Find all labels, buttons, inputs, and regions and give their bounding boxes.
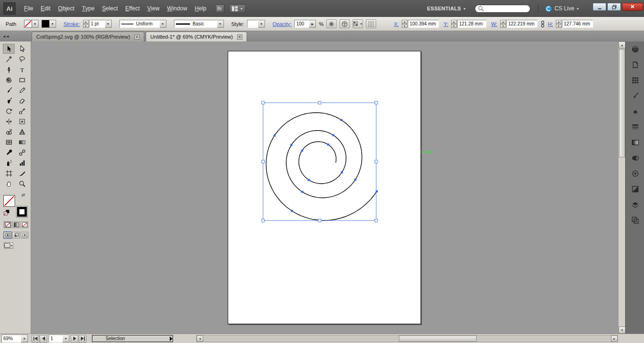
width-profile-select[interactable]: Uniform: [119, 20, 160, 28]
menu-window[interactable]: Window: [163, 0, 191, 17]
blend-tool[interactable]: [16, 147, 28, 157]
cs-live-menu[interactable]: CS Live ▼: [545, 5, 579, 12]
menu-type[interactable]: Type: [78, 0, 99, 17]
artwork-layer[interactable]: [31, 41, 618, 334]
menu-edit[interactable]: Edit: [37, 0, 54, 17]
y-label[interactable]: Y:: [444, 21, 448, 27]
close-tab-icon[interactable]: ✕: [237, 34, 242, 40]
draw-behind-button[interactable]: [12, 232, 20, 238]
h-label[interactable]: H:: [548, 21, 553, 27]
reference-point-button[interactable]: [366, 19, 376, 28]
rotate-tool[interactable]: [3, 106, 15, 116]
draw-inside-button[interactable]: [21, 232, 28, 238]
x-stepper[interactable]: ▲▼: [402, 20, 407, 28]
previous-artboard-button[interactable]: [40, 335, 47, 343]
spiral-tool[interactable]: [3, 75, 15, 85]
fill-stroke-control[interactable]: ⇄: [3, 193, 28, 218]
status-indicator[interactable]: Selection: [92, 335, 173, 342]
close-button[interactable]: ✕: [622, 3, 643, 11]
w-label[interactable]: W:: [491, 21, 497, 27]
free-transform-tool[interactable]: [16, 116, 28, 126]
brushes-panel-button[interactable]: [626, 88, 644, 104]
hand-tool[interactable]: [3, 179, 15, 188]
artboard-number-input[interactable]: [49, 335, 63, 343]
y-input[interactable]: [457, 20, 487, 28]
stroke-weight-dropdown[interactable]: ▼: [105, 20, 112, 28]
slice-tool[interactable]: [16, 168, 28, 178]
w-stepper[interactable]: ▲▼: [500, 20, 506, 28]
gradient-tool[interactable]: [16, 137, 28, 147]
opacity-panel-link[interactable]: Opacity:: [272, 21, 291, 27]
default-fill-stroke-icon[interactable]: [4, 209, 10, 218]
swatches-panel-button[interactable]: [626, 73, 644, 88]
menu-view[interactable]: View: [143, 0, 163, 17]
blob-brush-tool[interactable]: [3, 96, 15, 106]
first-artboard-button[interactable]: [32, 335, 39, 343]
stroke-weight-input[interactable]: [89, 20, 105, 28]
search-box[interactable]: [475, 5, 530, 13]
x-input[interactable]: [408, 20, 439, 28]
symbols-panel-button[interactable]: ♣: [626, 104, 644, 119]
collapse-left-panel-icon[interactable]: ◄◄: [0, 31, 30, 41]
stroke-weight-stepper[interactable]: ▲▼: [83, 20, 89, 28]
color-guide-panel-button[interactable]: [626, 57, 644, 73]
menu-effect[interactable]: Effect: [122, 0, 143, 17]
pencil-tool[interactable]: [16, 85, 28, 95]
magic-wand-tool[interactable]: [3, 54, 15, 64]
zoom-tool[interactable]: [16, 179, 28, 188]
stroke-color-swatch[interactable]: [41, 20, 50, 28]
menu-select[interactable]: Select: [98, 0, 121, 17]
minimize-button[interactable]: [593, 3, 606, 11]
search-input[interactable]: [484, 6, 527, 11]
y-stepper[interactable]: ▲▼: [451, 20, 457, 28]
scroll-up-button[interactable]: ▲: [619, 41, 626, 49]
transparency-panel-button[interactable]: [626, 150, 644, 166]
w-input[interactable]: [506, 20, 537, 28]
workspace-switcher[interactable]: ESSENTIALS ▼: [427, 6, 466, 11]
launch-bridge-button[interactable]: Br: [215, 4, 224, 13]
scale-tool[interactable]: [16, 106, 28, 116]
artboards-panel-button[interactable]: [626, 212, 644, 228]
h-input[interactable]: [562, 20, 593, 28]
graphic-styles-panel-button[interactable]: [626, 181, 644, 197]
rectangle-tool[interactable]: [16, 75, 28, 85]
constrain-proportions-icon[interactable]: [540, 20, 545, 28]
status-flyout-icon[interactable]: [170, 336, 173, 341]
fill-color-swatch[interactable]: [24, 20, 32, 28]
tab-coilspring2[interactable]: CoilSpring2.svg @ 100% (RGB/Preview) ✕: [32, 32, 144, 41]
stroke-color-proxy[interactable]: [16, 206, 28, 218]
symbol-sprayer-tool[interactable]: [3, 158, 15, 168]
style-dropdown[interactable]: ▼: [258, 20, 265, 28]
select-similar-button[interactable]: ▼: [353, 19, 363, 28]
shape-builder-tool[interactable]: [3, 127, 15, 137]
pen-tool[interactable]: [3, 65, 15, 74]
artboard-number-dropdown[interactable]: ▼: [63, 335, 69, 343]
swap-fill-stroke-icon[interactable]: ⇄: [21, 193, 25, 197]
next-artboard-button[interactable]: [71, 335, 78, 343]
eyedropper-tool[interactable]: [3, 147, 15, 157]
recolor-artwork-button[interactable]: [339, 19, 350, 28]
lasso-tool[interactable]: [16, 54, 28, 64]
eraser-tool[interactable]: [16, 96, 28, 106]
color-panel-button[interactable]: [626, 41, 644, 57]
type-tool[interactable]: T: [16, 65, 28, 74]
gradient-panel-button[interactable]: [626, 135, 644, 150]
last-artboard-button[interactable]: [79, 335, 86, 343]
vertical-scrollbar[interactable]: ▲ ▼: [618, 41, 625, 334]
menu-file[interactable]: File: [20, 0, 37, 17]
scroll-left-button[interactable]: ◄: [197, 335, 203, 342]
x-label[interactable]: X:: [394, 21, 399, 27]
horizontal-scrollbar[interactable]: ◄ ►: [196, 335, 618, 342]
opacity-dropdown[interactable]: ▶: [309, 20, 316, 28]
arrange-documents-button[interactable]: ▼: [229, 4, 246, 13]
artboard-tool[interactable]: [3, 168, 15, 178]
selection-tool[interactable]: [3, 44, 15, 54]
appearance-panel-button[interactable]: [626, 166, 644, 181]
horizontal-scroll-thumb[interactable]: [399, 335, 477, 342]
fill-color-dropdown[interactable]: ▼: [32, 20, 39, 28]
style-select[interactable]: [247, 20, 258, 28]
paintbrush-tool[interactable]: [3, 85, 15, 95]
width-tool[interactable]: [3, 116, 15, 126]
none-button[interactable]: [21, 221, 28, 228]
screen-mode-button[interactable]: ▼: [4, 242, 13, 249]
